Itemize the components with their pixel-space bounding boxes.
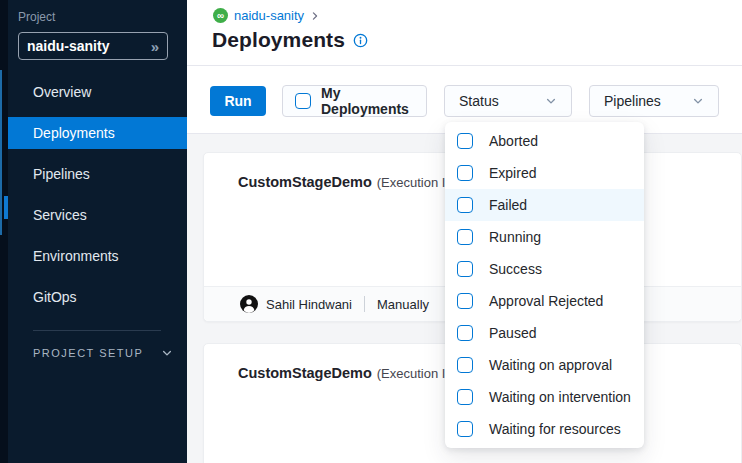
double-chevron-right-icon[interactable]: » [151,38,159,55]
status-option-expired[interactable]: Expired [445,157,644,189]
page-title-row: Deployments [212,28,368,52]
sidebar-item-deployments[interactable]: Deployments [8,117,187,149]
project-selector-value: naidu-sanity [27,38,109,54]
project-selector[interactable]: naidu-sanity » [18,32,168,60]
status-option-aborted[interactable]: Aborted [445,125,644,157]
status-option-approval-rejected[interactable]: Approval Rejected [445,285,644,317]
project-label: Project [18,10,55,24]
status-filter-dropdown[interactable]: Status [444,85,572,117]
footer-separator [364,296,365,312]
checkbox[interactable] [457,165,473,181]
run-button[interactable]: Run [210,86,266,116]
sidebar-item-gitops[interactable]: GitOps [8,281,187,313]
chevron-down-icon [545,95,557,107]
chevron-down-icon [161,347,173,359]
page-title: Deployments [212,28,345,52]
breadcrumb-project-link[interactable]: naidu-sanity [234,8,304,23]
status-option-waiting-for-resources[interactable]: Waiting for resources [445,413,644,445]
pipelines-filter-dropdown[interactable]: Pipelines [589,85,719,117]
info-icon[interactable] [353,33,368,48]
checkbox[interactable] [457,325,473,341]
trigger-type: Manually [377,297,429,312]
breadcrumb: ∞ naidu-sanity [213,8,320,23]
project-setup-toggle[interactable]: PROJECT SETUP [33,347,173,359]
checkbox[interactable] [457,421,473,437]
status-filter-label: Status [459,93,499,109]
my-deployments-checkbox[interactable] [295,93,311,109]
pipeline-name: CustomStageDemo [238,365,372,381]
sidebar-item-pipelines[interactable]: Pipelines [8,158,187,190]
checkbox[interactable] [457,389,473,405]
execution-id-text: (Execution Id [377,366,453,381]
triggered-by-user: Sahil Hindwani [266,297,352,312]
sidebar-item-environments[interactable]: Environments [8,240,187,272]
chevron-right-icon [310,11,320,21]
status-option-running[interactable]: Running [445,221,644,253]
module-rail [0,0,8,463]
status-option-waiting-on-intervention[interactable]: Waiting on intervention [445,381,644,413]
checkbox[interactable] [457,261,473,277]
checkbox[interactable] [457,133,473,149]
sidebar-item-services[interactable]: Services [8,199,187,231]
page-header: ∞ naidu-sanity Deployments [187,0,742,66]
sidebar-nav: Overview Deployments Pipelines Services … [8,76,187,322]
checkbox[interactable] [457,229,473,245]
my-deployments-label: My Deployments [321,85,414,117]
project-sidebar: Project naidu-sanity » Overview Deployme… [8,0,187,463]
checkbox[interactable] [457,197,473,213]
app-window: Project naidu-sanity » Overview Deployme… [0,0,742,463]
my-deployments-toggle[interactable]: My Deployments [282,85,427,117]
pipelines-filter-label: Pipelines [604,93,661,109]
status-option-waiting-on-approval[interactable]: Waiting on approval [445,349,644,381]
status-option-success[interactable]: Success [445,253,644,285]
sidebar-item-overview[interactable]: Overview [8,76,187,108]
status-dropdown-menu: Aborted Expired Failed Running Success A… [445,122,644,448]
pipeline-name: CustomStageDemo [238,174,372,190]
status-option-paused[interactable]: Paused [445,317,644,349]
user-avatar-icon [240,295,258,313]
rail-accent-line [0,70,2,235]
sidebar-divider [33,330,161,331]
project-setup-label: PROJECT SETUP [33,347,143,359]
checkbox[interactable] [457,293,473,309]
execution-id-text: (Execution Id [377,175,453,190]
cd-module-icon: ∞ [213,8,228,23]
checkbox[interactable] [457,357,473,373]
status-option-failed[interactable]: Failed [445,189,644,221]
chevron-down-icon [692,95,704,107]
